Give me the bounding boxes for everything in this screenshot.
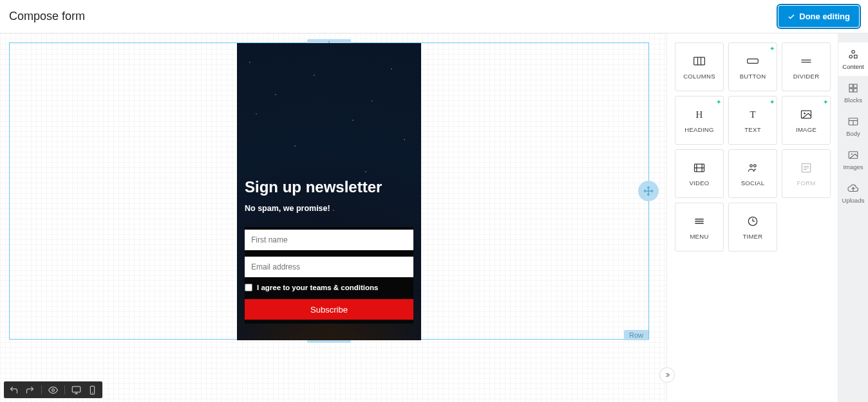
undo-button[interactable]	[9, 385, 19, 395]
tool-columns[interactable]: COLUMNS	[675, 42, 724, 91]
form-icon	[798, 161, 815, 174]
separator	[64, 385, 65, 394]
side-tabs: ContentBlocksBodyImagesUploads	[838, 33, 868, 402]
done-editing-label: Done editing	[799, 12, 850, 21]
uploads-icon	[847, 183, 859, 194]
image-icon	[798, 108, 815, 121]
tool-divider[interactable]: DIVIDER	[782, 42, 831, 91]
tab-label: Uploads	[842, 197, 865, 204]
chevron-right-icon	[663, 371, 671, 379]
check-icon	[788, 13, 795, 21]
timer-icon	[744, 215, 761, 228]
tool-label: MENU	[690, 233, 708, 240]
agree-label: I agree to your teams & conditions	[257, 284, 379, 291]
tool-image[interactable]: ✦IMAGE	[782, 96, 831, 145]
tool-label: TEXT	[744, 126, 760, 133]
ai-badge-icon: ✦	[769, 98, 775, 105]
tab-blocks[interactable]: Blocks	[838, 76, 868, 109]
heading-icon	[691, 108, 708, 121]
svg-rect-3	[72, 386, 80, 392]
tool-heading[interactable]: ✦HEADING	[675, 96, 724, 145]
form-tagline: No spam, we promise!	[245, 204, 413, 213]
move-handle[interactable]	[638, 181, 659, 201]
bottom-toolbar	[4, 381, 102, 398]
tab-content[interactable]: Content	[838, 42, 868, 76]
agree-checkbox[interactable]	[245, 284, 252, 291]
editor-row[interactable]: + + Row Sign up newsletter No spam, we p…	[9, 42, 649, 340]
editor-canvas-area[interactable]: + + Row Sign up newsletter No spam, we p…	[0, 33, 666, 402]
tool-social[interactable]: SOCIAL	[728, 149, 777, 198]
tool-label: COLUMNS	[683, 73, 715, 80]
video-icon	[691, 161, 708, 174]
tool-label: SOCIAL	[741, 179, 765, 187]
ai-badge-icon: ✦	[716, 98, 721, 105]
eye-icon	[48, 385, 58, 395]
tool-timer[interactable]: TIMER	[728, 203, 777, 251]
collapse-panel-button[interactable]	[659, 367, 675, 383]
tool-text[interactable]: ✦TEXT	[728, 96, 777, 145]
first-name-input[interactable]	[245, 230, 413, 250]
social-icon	[744, 161, 761, 174]
tool-label: VIDEO	[689, 179, 709, 187]
done-editing-button[interactable]: Done editing	[778, 6, 859, 27]
preview-button[interactable]	[48, 385, 58, 395]
blocks-icon	[847, 82, 859, 94]
tab-images[interactable]: Images	[838, 143, 868, 176]
undo-icon	[9, 385, 19, 395]
desktop-icon	[71, 385, 81, 395]
body-icon	[847, 116, 859, 127]
tool-label: BUTTON	[740, 73, 766, 80]
tool-menu[interactable]: MENU	[675, 203, 724, 251]
tab-label: Body	[846, 130, 860, 137]
ai-badge-icon: ✦	[823, 98, 828, 105]
form-heading: Sign up newsletter	[245, 43, 413, 196]
page-title: Compose form	[9, 10, 85, 23]
move-icon	[643, 186, 654, 196]
agree-checkbox-row[interactable]: I agree to your teams & conditions	[245, 284, 413, 291]
svg-point-2	[52, 388, 55, 391]
tool-form: FORM	[782, 149, 831, 198]
tab-label: Content	[842, 63, 863, 70]
tool-label: DIVIDER	[793, 73, 820, 80]
subscribe-button[interactable]: Subscribe	[245, 299, 413, 320]
form-preview[interactable]: Sign up newsletter No spam, we promise! …	[237, 43, 421, 340]
tab-label: Blocks	[844, 96, 862, 104]
columns-icon	[691, 55, 708, 68]
button-icon	[744, 55, 761, 68]
tab-body[interactable]: Body	[838, 109, 868, 143]
mobile-view-button[interactable]	[88, 385, 97, 395]
content-icon	[847, 49, 859, 60]
mobile-icon	[88, 385, 97, 395]
row-label: Row	[624, 330, 648, 340]
tool-video[interactable]: VIDEO	[675, 149, 724, 198]
desktop-view-button[interactable]	[71, 385, 81, 395]
tool-label: FORM	[797, 179, 815, 187]
email-input[interactable]	[245, 257, 413, 277]
redo-icon	[25, 385, 35, 395]
menu-icon	[691, 215, 708, 228]
content-tools-panel: COLUMNS✦BUTTONDIVIDER✦HEADING✦TEXT✦IMAGE…	[667, 33, 838, 402]
redo-button[interactable]	[25, 385, 35, 395]
tool-button[interactable]: ✦BUTTON	[728, 42, 777, 91]
tool-label: HEADING	[684, 126, 713, 133]
tool-label: TIMER	[742, 233, 762, 240]
ai-badge-icon: ✦	[769, 45, 775, 52]
tab-uploads[interactable]: Uploads	[838, 176, 868, 210]
images-icon	[847, 149, 859, 161]
divider-icon	[798, 55, 815, 68]
tool-label: IMAGE	[796, 126, 816, 133]
text-icon	[744, 108, 761, 121]
tab-label: Images	[843, 163, 863, 170]
separator	[41, 385, 42, 394]
